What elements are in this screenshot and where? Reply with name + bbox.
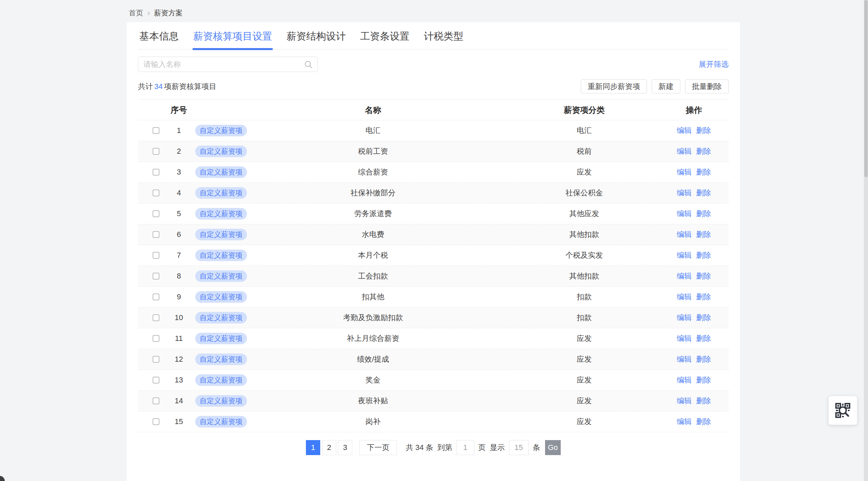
search-icon — [304, 60, 313, 69]
delete-link[interactable]: 删除 — [696, 188, 711, 198]
qr-scan-float-button[interactable] — [828, 396, 857, 425]
row-category: 应发 — [496, 375, 673, 385]
tab-basic-info[interactable]: 基本信息 — [139, 30, 180, 49]
row-checkbox[interactable] — [153, 314, 159, 321]
row-checkbox[interactable] — [153, 273, 159, 280]
row-checkbox[interactable] — [153, 231, 159, 238]
delete-link[interactable]: 删除 — [696, 229, 711, 240]
edit-link[interactable]: 编辑 — [677, 333, 692, 344]
page-size-suffix-text: 条 — [533, 442, 540, 453]
row-category: 其他应发 — [496, 209, 673, 219]
delete-link[interactable]: 删除 — [696, 125, 711, 136]
qr-scan-icon — [835, 403, 851, 418]
edit-link[interactable]: 编辑 — [677, 417, 692, 427]
row-checkbox[interactable] — [153, 377, 159, 384]
header-ops: 操作 — [673, 105, 729, 116]
summary-suffix: 项薪资核算项目 — [164, 82, 216, 91]
edit-link[interactable]: 编辑 — [677, 125, 692, 136]
breadcrumb-home-link[interactable]: 首页 — [129, 8, 143, 18]
custom-salary-item-badge: 自定义薪资项 — [195, 291, 247, 303]
goto-prefix-text: 到第 — [437, 442, 452, 453]
delete-link[interactable]: 删除 — [696, 417, 711, 427]
custom-salary-item-badge: 自定义薪资项 — [195, 229, 247, 240]
custom-salary-item-badge: 自定义薪资项 — [195, 187, 247, 199]
delete-link[interactable]: 删除 — [696, 167, 711, 177]
page-button-2[interactable]: 2 — [322, 440, 336, 455]
table-row: 12 自定义薪资项 绩效/提成 应发 编辑 删除 — [138, 349, 729, 370]
edit-link[interactable]: 编辑 — [677, 354, 692, 364]
search-box[interactable] — [138, 57, 318, 72]
tab-tax-type[interactable]: 计税类型 — [423, 30, 464, 49]
edit-link[interactable]: 编辑 — [677, 396, 692, 406]
row-checkbox[interactable] — [153, 190, 159, 196]
page-button-3[interactable]: 3 — [338, 440, 352, 455]
table-row: 11 自定义薪资项 补上月综合薪资 应发 编辑 删除 — [138, 328, 729, 349]
tab-salary-item-settings[interactable]: 薪资核算项目设置 — [192, 30, 273, 49]
resync-salary-items-button[interactable]: 重新同步薪资项 — [581, 79, 647, 93]
search-input[interactable] — [143, 60, 304, 69]
delete-link[interactable]: 删除 — [696, 250, 711, 260]
page-size-input[interactable] — [509, 440, 529, 455]
row-name: 税前工资 — [250, 146, 496, 156]
edit-link[interactable]: 编辑 — [677, 167, 692, 177]
row-checkbox[interactable] — [153, 294, 159, 300]
expand-filter-link[interactable]: 展开筛选 — [699, 59, 729, 70]
goto-page-input[interactable] — [456, 440, 474, 455]
edit-link[interactable]: 编辑 — [677, 375, 692, 385]
row-number: 4 — [169, 189, 189, 197]
edit-link[interactable]: 编辑 — [677, 146, 692, 156]
row-number: 10 — [169, 313, 189, 322]
row-number: 13 — [169, 376, 189, 385]
row-checkbox[interactable] — [153, 252, 159, 259]
custom-salary-item-badge: 自定义薪资项 — [195, 312, 247, 324]
edit-link[interactable]: 编辑 — [677, 209, 692, 219]
delete-link[interactable]: 删除 — [696, 354, 711, 364]
create-button[interactable]: 新建 — [652, 79, 680, 93]
summary-count: 34 — [153, 82, 164, 91]
row-checkbox[interactable] — [153, 418, 159, 425]
row-checkbox[interactable] — [153, 356, 159, 363]
edit-link[interactable]: 编辑 — [677, 188, 692, 198]
row-checkbox[interactable] — [153, 210, 159, 217]
row-category: 税前 — [496, 146, 673, 156]
row-category: 应发 — [496, 354, 673, 364]
table-row: 15 自定义薪资项 岗补 应发 编辑 删除 — [138, 411, 729, 432]
page-button-1[interactable]: 1 — [306, 440, 320, 455]
row-number: 15 — [169, 417, 189, 426]
tab-payslip-settings[interactable]: 工资条设置 — [359, 30, 410, 49]
delete-link[interactable]: 删除 — [696, 375, 711, 385]
table-row: 7 自定义薪资项 本月个税 个税及实发 编辑 删除 — [138, 245, 729, 266]
row-name: 社保补缴部分 — [250, 188, 496, 198]
edit-link[interactable]: 编辑 — [677, 292, 692, 302]
edit-link[interactable]: 编辑 — [677, 229, 692, 240]
row-checkbox[interactable] — [153, 335, 159, 342]
summary-prefix: 共计 — [138, 82, 153, 91]
custom-salary-item-badge: 自定义薪资项 — [195, 374, 247, 386]
next-page-button[interactable]: 下一页 — [359, 440, 397, 455]
tab-salary-structure[interactable]: 薪资结构设计 — [286, 30, 346, 49]
delete-link[interactable]: 删除 — [696, 333, 711, 344]
row-checkbox[interactable] — [153, 127, 159, 134]
total-count-text: 共 34 条 — [406, 442, 433, 453]
delete-link[interactable]: 删除 — [696, 313, 711, 323]
row-checkbox[interactable] — [153, 148, 159, 155]
delete-link[interactable]: 删除 — [696, 209, 711, 219]
row-name: 绩效/提成 — [250, 354, 496, 364]
delete-link[interactable]: 删除 — [696, 292, 711, 302]
row-checkbox[interactable] — [153, 169, 159, 176]
batch-delete-button[interactable]: 批量删除 — [685, 79, 729, 93]
delete-link[interactable]: 删除 — [696, 271, 711, 281]
row-checkbox[interactable] — [153, 397, 159, 404]
delete-link[interactable]: 删除 — [696, 146, 711, 156]
table-row: 9 自定义薪资项 扣其他 扣款 编辑 删除 — [138, 287, 729, 307]
edit-link[interactable]: 编辑 — [677, 250, 692, 260]
go-button[interactable]: Go — [545, 440, 561, 455]
edit-link[interactable]: 编辑 — [677, 313, 692, 323]
delete-link[interactable]: 删除 — [696, 396, 711, 406]
edit-link[interactable]: 编辑 — [677, 271, 692, 281]
scrollbar-thumb[interactable] — [864, 0, 868, 177]
row-number: 8 — [169, 272, 189, 281]
custom-salary-item-badge: 自定义薪资项 — [195, 270, 247, 282]
row-number: 12 — [169, 355, 189, 364]
corner-bubble — [0, 476, 5, 481]
